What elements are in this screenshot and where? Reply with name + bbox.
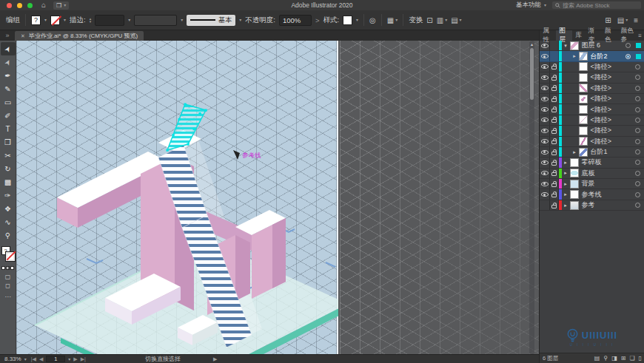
drawing-modes-icon[interactable]: ▢ xyxy=(5,274,11,280)
target-circle-icon[interactable] xyxy=(635,171,640,176)
lock-icon[interactable] xyxy=(551,162,557,166)
selection-tool[interactable]: ➤ xyxy=(1,42,16,55)
close-window-button[interactable] xyxy=(7,3,12,8)
lock-icon[interactable] xyxy=(551,172,557,176)
layer-row[interactable]: ▸底板 xyxy=(540,169,644,179)
lock-icon[interactable] xyxy=(551,152,557,155)
curvature-tool[interactable]: ✎ xyxy=(1,82,16,95)
minimize-window-button[interactable] xyxy=(17,3,22,8)
recolor-artwork-icon[interactable]: ◎ xyxy=(369,16,376,24)
workspace-switcher[interactable]: 基本功能 ▾ xyxy=(516,1,546,10)
lock-icon[interactable] xyxy=(551,140,557,144)
expand-chevron-icon[interactable]: ▸ xyxy=(562,170,570,176)
rectangle-tool[interactable]: ▭ xyxy=(1,95,16,109)
document-tab[interactable]: ✕ 毕业作业.ai* @ 8.33% (CMYK/GPU 预览) xyxy=(15,31,144,41)
layer-row[interactable]: <路径> xyxy=(540,62,644,72)
last-artboard-button[interactable]: ▶| xyxy=(81,356,86,362)
target-circle-icon[interactable] xyxy=(635,181,640,186)
layer-row[interactable]: <路径> xyxy=(540,137,644,147)
gradient-tool[interactable]: ▩ xyxy=(1,175,16,189)
layer-row[interactable]: ▸台阶1 xyxy=(540,147,644,157)
layer-name[interactable]: <路径> xyxy=(588,62,612,72)
tab-properties[interactable]: 属性 xyxy=(540,30,556,41)
graphic-style-swatch[interactable] xyxy=(343,16,352,25)
visibility-eye-icon[interactable] xyxy=(541,54,549,58)
scroll-up-icon[interactable]: ▴ xyxy=(529,41,534,47)
visibility-eye-icon[interactable] xyxy=(541,107,549,112)
layer-name[interactable]: 台阶1 xyxy=(588,147,608,157)
visibility-eye-icon[interactable] xyxy=(541,44,549,48)
control-bar-menu-icon[interactable]: ≡ xyxy=(634,16,638,24)
arrange-documents-icon[interactable]: ⊞ xyxy=(605,16,611,24)
layer-row[interactable]: ▸参考 xyxy=(540,200,644,211)
none-button[interactable] xyxy=(10,266,14,270)
visibility-eye-icon[interactable] xyxy=(541,139,549,143)
lock-icon[interactable] xyxy=(551,66,557,69)
target-circle-icon[interactable] xyxy=(635,107,640,112)
visibility-eye-icon[interactable] xyxy=(541,160,549,165)
fill-color-swatch[interactable]: ? xyxy=(31,16,41,25)
expand-chevron-icon[interactable]: ▸ xyxy=(571,149,579,155)
expand-chevron-icon[interactable]: ▾ xyxy=(562,43,570,49)
panel-menu-icon[interactable]: ≡ xyxy=(638,33,644,39)
layer-row[interactable]: ▾图层 6 xyxy=(540,41,644,51)
visibility-eye-icon[interactable] xyxy=(541,118,549,122)
chevron-down-icon[interactable]: ▾ xyxy=(64,18,66,22)
tab-libraries[interactable]: 库 xyxy=(572,30,586,41)
visibility-eye-icon[interactable] xyxy=(541,64,549,69)
target-circle-icon[interactable] xyxy=(625,54,631,59)
edit-toolbar-icon[interactable]: ⋯ xyxy=(5,294,11,300)
visibility-eye-icon[interactable] xyxy=(541,129,549,133)
opacity-options-button[interactable]: > xyxy=(315,16,320,24)
transform-link[interactable]: 变换 xyxy=(409,16,423,25)
chevron-down-icon[interactable]: ▾ xyxy=(68,357,70,362)
home-icon[interactable]: ⌂ xyxy=(41,1,46,9)
target-circle-icon[interactable] xyxy=(635,128,640,133)
scissors-tool[interactable]: ✂ xyxy=(1,149,16,162)
layer-name[interactable]: 参考线 xyxy=(579,190,602,200)
chevron-down-icon[interactable]: ▾ xyxy=(24,357,27,362)
visibility-eye-icon[interactable] xyxy=(541,150,549,155)
zoom-window-button[interactable] xyxy=(27,3,33,8)
layer-row[interactable]: <路径> xyxy=(540,126,644,136)
rotate-tool[interactable]: ↻ xyxy=(1,162,16,175)
distribute-objects-icon[interactable]: ▤▾ xyxy=(451,16,461,24)
new-layer-icon[interactable]: ❏ xyxy=(629,355,634,362)
layer-name[interactable]: <路径> xyxy=(588,72,612,82)
align-objects-icon[interactable]: ▥▾ xyxy=(437,16,447,24)
expand-chevron-icon[interactable]: ▸ xyxy=(562,181,570,187)
target-circle-icon[interactable] xyxy=(635,139,640,144)
isometric-artwork[interactable]: 参考线 xyxy=(16,41,338,354)
color-button[interactable] xyxy=(1,266,5,270)
lock-icon[interactable] xyxy=(551,119,557,123)
target-circle-icon[interactable] xyxy=(635,118,640,123)
workspace-panels-icon[interactable]: ▤▾ xyxy=(617,16,628,24)
adobe-stock-search-input[interactable]: 搜索 Adobe Stock xyxy=(552,1,641,9)
layer-name[interactable]: 台阶2 xyxy=(588,52,608,61)
lock-icon[interactable] xyxy=(551,130,557,134)
toolbar-collapse-icon[interactable]: » xyxy=(0,32,15,41)
stroke-weight-input[interactable] xyxy=(95,15,124,26)
target-circle-icon[interactable] xyxy=(635,149,640,155)
new-sublayer-icon[interactable]: ⊞ xyxy=(621,355,626,362)
target-circle-icon[interactable] xyxy=(635,192,640,197)
selected-cyan-staircase[interactable] xyxy=(167,104,207,152)
expand-chevron-icon[interactable]: ▸ xyxy=(571,53,579,59)
target-circle-icon[interactable] xyxy=(635,203,640,208)
make-mask-icon[interactable]: ◨ xyxy=(611,355,617,362)
expand-chevron-icon[interactable]: ▸ xyxy=(562,191,570,197)
direct-selection-tool[interactable]: ➤ xyxy=(1,55,16,69)
canvas[interactable]: 参考线 ▴ xyxy=(16,41,539,354)
chevron-down-icon[interactable]: ▾ xyxy=(44,18,47,22)
gradient-button[interactable] xyxy=(6,266,10,270)
target-circle-icon[interactable] xyxy=(635,86,640,91)
layout-switcher[interactable]: ❒ ▾ xyxy=(53,1,69,10)
lock-icon[interactable] xyxy=(551,77,557,81)
tab-color[interactable]: 颜色 xyxy=(601,30,617,41)
target-circle-icon[interactable] xyxy=(635,75,640,80)
locate-object-icon[interactable]: ⚲ xyxy=(603,355,608,362)
layer-row[interactable]: <路径> xyxy=(540,84,644,94)
layer-name[interactable]: 参考 xyxy=(579,200,595,210)
layer-row[interactable]: <路径> xyxy=(540,104,644,115)
bounding-box-icon[interactable]: ⊡ xyxy=(426,16,432,24)
